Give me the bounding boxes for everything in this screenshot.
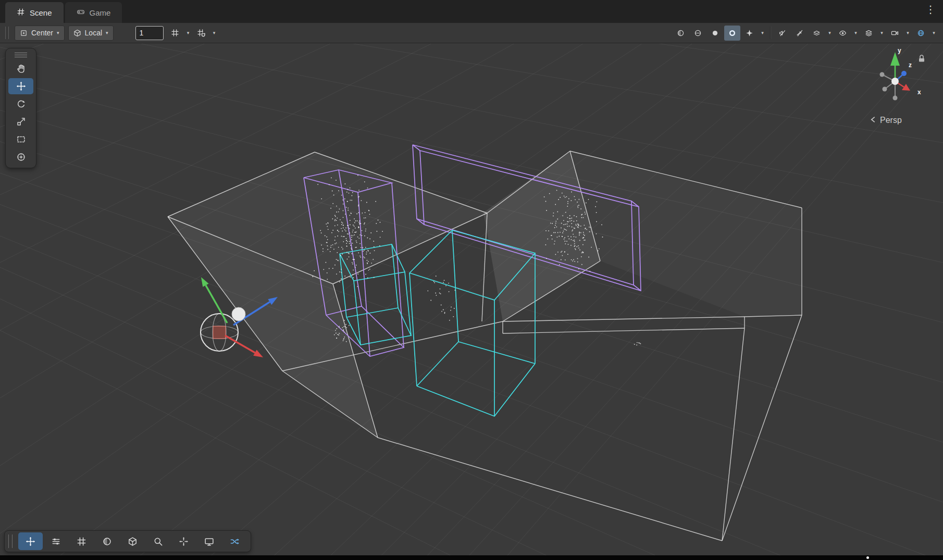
toolbar-drag-handle[interactable] xyxy=(5,27,9,39)
grid-overlay-button[interactable] xyxy=(69,532,94,550)
scene-fx-dropdown-caret[interactable]: ▾ xyxy=(826,26,834,41)
scale-tool-button[interactable] xyxy=(8,114,33,130)
shading-mode-toggle-icon[interactable] xyxy=(673,26,689,41)
scene-visibility-dropdown-caret[interactable]: ▾ xyxy=(852,26,860,41)
svg-text:y: y xyxy=(898,47,901,54)
toolbar-separator xyxy=(770,27,771,39)
pivot-mode-label: Center xyxy=(31,29,53,37)
scene-toolbar: Center ▾ Local ▾ ▾▾ ▾▾▾▾▾▾ xyxy=(0,23,943,43)
overlay-toolbar xyxy=(4,530,251,552)
persp-icon xyxy=(870,116,876,125)
grid-visibility-toggle-icon[interactable] xyxy=(167,26,183,41)
audio-toggle-icon[interactable] xyxy=(707,26,723,41)
randomize-overlay-button[interactable] xyxy=(222,532,247,550)
window-bottom-strip xyxy=(0,555,943,560)
scene-tab-icon xyxy=(17,8,25,18)
transform-overlay-button[interactable] xyxy=(18,532,43,550)
layers-dropdown-caret[interactable]: ▾ xyxy=(878,26,886,41)
scene-tab-label: Scene xyxy=(30,8,52,17)
tab-scene[interactable]: Scene xyxy=(5,2,64,23)
handle-orientation-button[interactable]: Local ▾ xyxy=(68,26,114,41)
scene-canvas[interactable] xyxy=(0,44,943,555)
view-tool-button[interactable] xyxy=(8,60,33,77)
tool-palette xyxy=(5,48,36,168)
scene-visibility-dropdown-icon[interactable] xyxy=(835,26,851,41)
tab-game[interactable]: Game xyxy=(65,2,122,23)
chevron-down-icon: ▾ xyxy=(106,30,108,35)
overlay-drag-handle[interactable] xyxy=(8,534,13,548)
pivot-mode-button[interactable]: Center ▾ xyxy=(15,26,65,41)
prefab-overlay-button[interactable] xyxy=(120,532,145,550)
status-dot xyxy=(866,556,869,559)
camera-overlay-button[interactable] xyxy=(197,532,221,550)
move-tool-button[interactable] xyxy=(8,78,33,94)
transform-tool-button[interactable] xyxy=(8,149,33,165)
scene-fx-dropdown-icon[interactable] xyxy=(809,26,825,41)
camera-dropdown-caret[interactable]: ▾ xyxy=(904,26,912,41)
chevron-down-icon: ▾ xyxy=(57,30,59,35)
layers-dropdown-icon[interactable] xyxy=(861,26,877,41)
rotate-tool-button[interactable] xyxy=(8,96,33,112)
rect-tool-button[interactable] xyxy=(8,131,33,147)
pivot-icon xyxy=(20,29,28,37)
snap-increment-toggle-caret[interactable]: ▾ xyxy=(210,26,218,41)
effects-dropdown-caret[interactable]: ▾ xyxy=(759,26,766,41)
tab-strip: Scene Game ⋮ xyxy=(0,0,943,23)
frame-overlay-button[interactable] xyxy=(171,532,196,550)
projection-label: Persp xyxy=(880,116,902,125)
scene-audio-mute-toggle-icon[interactable] xyxy=(774,26,790,41)
svg-text:z: z xyxy=(909,61,912,69)
palette-drag-handle[interactable] xyxy=(8,51,33,59)
handle-orientation-label: Local xyxy=(85,29,102,37)
gizmos-dropdown-icon[interactable] xyxy=(913,26,929,41)
snap-increment-toggle-icon[interactable] xyxy=(193,26,209,41)
orientation-gizmo[interactable]: yzx xyxy=(852,44,941,113)
effects-toggle-icon[interactable] xyxy=(724,26,740,41)
effects-dropdown-icon[interactable] xyxy=(741,26,758,41)
projection-toggle[interactable]: Persp xyxy=(870,116,902,125)
gizmos-dropdown-caret[interactable]: ▾ xyxy=(930,26,938,41)
view-options-group: ▾▾▾▾▾▾ xyxy=(673,26,938,41)
ui-overlay-button[interactable] xyxy=(44,532,68,550)
cube-icon xyxy=(73,29,81,37)
svg-text:x: x xyxy=(917,89,921,96)
shading-overlay-button[interactable] xyxy=(95,532,119,550)
gamepad-icon xyxy=(77,8,85,18)
game-tab-label: Game xyxy=(90,8,111,17)
grid-size-input[interactable] xyxy=(135,26,164,40)
search-overlay-button[interactable] xyxy=(146,532,170,550)
animated-materials-toggle-icon[interactable] xyxy=(791,26,808,41)
kebab-menu-icon[interactable]: ⋮ xyxy=(925,4,936,15)
unity-editor-window: Scene Game ⋮ Center ▾ Local ▾ ▾▾ ▾▾▾▾▾▾ … xyxy=(0,0,943,560)
lock-icon[interactable] xyxy=(918,54,925,65)
lighting-toggle-icon[interactable] xyxy=(690,26,706,41)
grid-visibility-toggle-caret[interactable]: ▾ xyxy=(184,26,192,41)
scene-viewport[interactable]: yzx Persp xyxy=(0,44,943,555)
camera-dropdown-icon[interactable] xyxy=(887,26,903,41)
snap-toggle-group: ▾▾ xyxy=(167,26,218,41)
